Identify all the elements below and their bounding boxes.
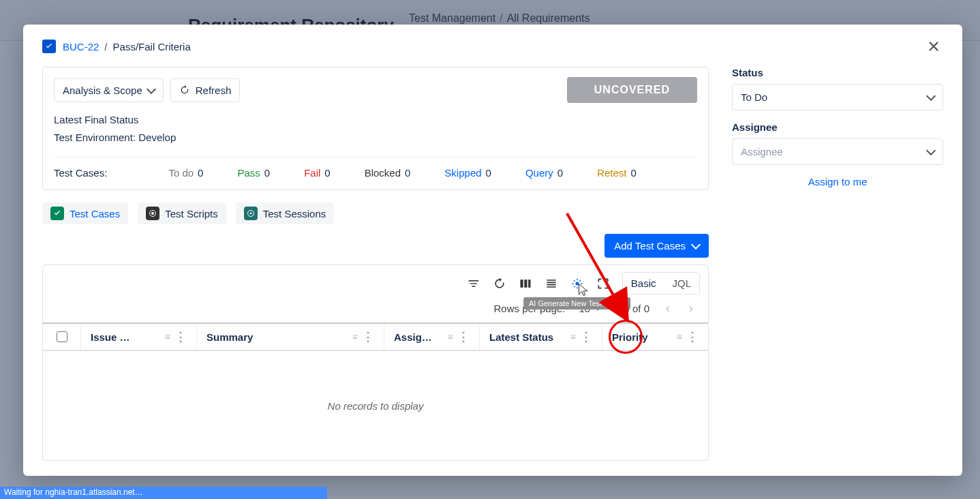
browser-status-bar: Waiting for nghia-tran1.atlassian.net… (0, 487, 327, 499)
reload-icon[interactable] (493, 277, 506, 290)
tab-test-scripts-label: Test Scripts (165, 208, 218, 220)
chevron-down-icon (691, 240, 701, 250)
status-field-label: Status (732, 67, 943, 78)
test-cases-icon (50, 207, 64, 220)
svg-rect-4 (520, 279, 523, 288)
svg-rect-5 (524, 279, 527, 288)
count-skipped-value: 0 (486, 167, 491, 179)
refresh-button[interactable]: Refresh (170, 78, 241, 102)
basic-mode-button[interactable]: Basic (623, 273, 664, 294)
tab-test-cases-label: Test Cases (70, 208, 120, 220)
chevron-down-icon (926, 91, 936, 101)
divider (54, 157, 697, 157)
add-test-cases-button[interactable]: Add Test Cases (604, 234, 709, 258)
tab-test-scripts[interactable]: Test Scripts (138, 202, 226, 224)
drag-handle-icon[interactable]: ≡ (570, 331, 576, 342)
svg-rect-6 (528, 279, 530, 288)
col-summary-label: Summary (206, 331, 253, 343)
col-status-label: Latest Status (489, 331, 553, 343)
test-scripts-icon (146, 207, 159, 220)
col-menu-icon[interactable]: ⋮ (362, 331, 374, 343)
drag-handle-icon[interactable]: ≡ (165, 331, 170, 342)
chevron-down-icon (147, 84, 156, 93)
jql-mode-button[interactable]: JQL (664, 273, 699, 294)
query-mode-toggle: Basic JQL (622, 272, 700, 294)
col-priority[interactable]: Priority ≡⋮ (602, 324, 708, 350)
ai-tooltip: AI Generate New Test Cases (523, 297, 631, 309)
columns-icon[interactable] (519, 277, 532, 290)
tab-test-sessions-label: Test Sessions (263, 208, 326, 220)
col-menu-icon[interactable]: ⋮ (457, 331, 470, 343)
count-skipped-label: Skipped (444, 167, 481, 179)
fullscreen-icon[interactable] (596, 277, 610, 290)
svg-point-7 (575, 282, 579, 285)
drag-handle-icon[interactable]: ≡ (448, 331, 453, 342)
count-query-value: 0 (557, 167, 563, 179)
refresh-icon (179, 85, 190, 95)
assignee-placeholder: Assignee (741, 146, 783, 157)
issue-title: Pass/Fail Criteria (113, 41, 191, 52)
select-all-checkbox[interactable] (57, 331, 67, 342)
counts-label: Test Cases: (54, 167, 107, 179)
refresh-label: Refresh (196, 85, 232, 96)
issue-key-link[interactable]: BUC-22 (63, 41, 99, 52)
test-sessions-icon (244, 207, 258, 220)
prev-page-button[interactable]: ‹ (663, 301, 673, 316)
svg-point-3 (249, 213, 251, 215)
close-button[interactable] (924, 37, 943, 56)
count-blocked-value: 0 (405, 167, 410, 179)
drag-handle-icon[interactable]: ≡ (677, 331, 682, 342)
grid-empty-state: No records to display (43, 351, 708, 460)
count-query-label: Query (525, 167, 553, 179)
count-todo-value: 0 (198, 167, 203, 179)
test-cases-grid: AI Generate New Test Cases Basic JQL Row… (42, 264, 709, 461)
col-issue-label: Issue … (91, 331, 130, 343)
next-page-button[interactable]: › (686, 301, 696, 316)
svg-point-1 (151, 212, 154, 215)
count-retest-value: 0 (630, 167, 636, 179)
count-fail-label: Fail (304, 167, 320, 179)
status-value: To Do (741, 91, 767, 103)
issue-type-icon (42, 40, 56, 53)
status-select[interactable]: To Do (732, 84, 943, 110)
count-retest-label: Retest (597, 167, 626, 179)
col-issue[interactable]: Issue … ≡⋮ (81, 324, 197, 350)
col-priority-label: Priority (612, 331, 648, 343)
density-icon[interactable] (545, 277, 558, 290)
assignee-select[interactable]: Assignee (732, 138, 943, 165)
col-latest-status[interactable]: Latest Status ≡⋮ (480, 324, 602, 350)
count-pass-value: 0 (264, 167, 270, 179)
add-test-cases-label: Add Test Cases (614, 240, 686, 252)
chevron-down-icon (926, 146, 936, 155)
drag-handle-icon[interactable]: ≡ (352, 331, 358, 342)
filter-icon[interactable] (467, 277, 480, 290)
tab-test-cases[interactable]: Test Cases (42, 202, 128, 224)
latest-final-status: Latest Final Status (54, 111, 697, 129)
col-menu-icon[interactable]: ⋮ (580, 331, 592, 343)
scope-label: Analysis & Scope (63, 85, 142, 96)
count-fail-value: 0 (324, 167, 330, 179)
count-pass-label: Pass (237, 167, 260, 179)
col-select-all[interactable] (43, 324, 81, 350)
test-environment: Test Environment: Develop (54, 129, 697, 147)
col-assignee[interactable]: Assig… ≡⋮ (384, 324, 480, 350)
coverage-summary-card: Analysis & Scope Refresh UNCOVERED Lates… (42, 67, 709, 190)
tab-test-sessions[interactable]: Test Sessions (236, 202, 335, 224)
count-blocked-label: Blocked (365, 167, 401, 179)
scope-dropdown[interactable]: Analysis & Scope (54, 78, 164, 102)
col-assignee-label: Assig… (394, 331, 432, 343)
issue-modal: BUC-22 / Pass/Fail Criteria Analysis & S… (23, 25, 962, 476)
count-todo-label: To do (168, 167, 194, 179)
breadcrumb-sep: / (104, 41, 107, 52)
assign-to-me-link[interactable]: Assign to me (732, 176, 943, 187)
col-summary[interactable]: Summary ≡⋮ (197, 324, 384, 350)
col-menu-icon[interactable]: ⋮ (174, 331, 187, 343)
ai-generate-icon[interactable]: AI Generate New Test Cases (570, 277, 584, 290)
coverage-badge: UNCOVERED (567, 77, 697, 103)
assignee-field-label: Assignee (732, 121, 943, 133)
col-menu-icon[interactable]: ⋮ (686, 331, 699, 343)
